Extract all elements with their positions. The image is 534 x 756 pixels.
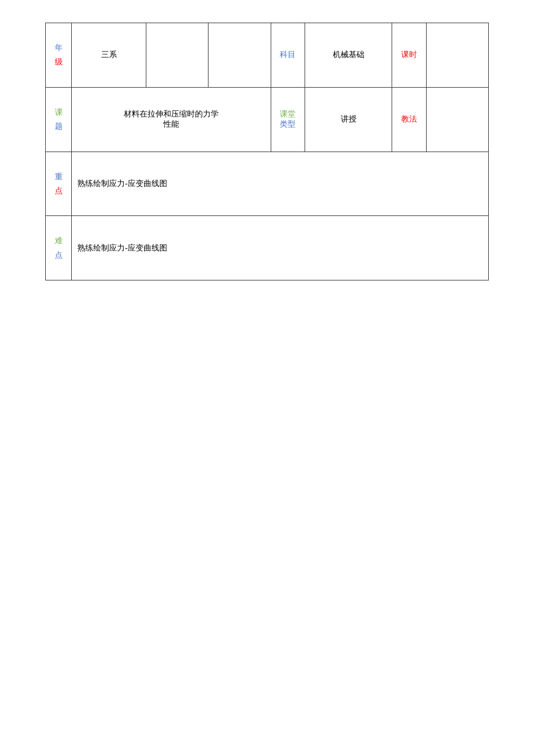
label-keshi: 课时 (392, 23, 427, 88)
cell-empty1 (146, 23, 209, 88)
keti-line2: 性能 (77, 119, 264, 129)
cell-jiangsu: 讲授 (305, 87, 392, 152)
keti-line1: 材料在拉伸和压缩时的力学 (77, 109, 264, 119)
zhongdian-text: 熟练绘制应力-应变曲线图 (77, 179, 167, 188)
table-row-nianji: 年 级 三系 科目 机械基础 课时 (46, 23, 489, 88)
kemu-value-text: 机械基础 (333, 50, 364, 59)
label-ketang: 课堂 类型 (271, 87, 305, 152)
table-row-keti: 课 题 材料在拉伸和压缩时的力学 性能 课堂 类型 讲授 教法 (46, 87, 489, 152)
cell-nandian-val: 熟练绘制应力-应变曲线图 (72, 216, 489, 280)
jiangsu-text: 讲授 (341, 115, 357, 123)
kemu-label-text: 科目 (280, 50, 296, 59)
table-row-zhongdian: 重 点 熟练绘制应力-应变曲线图 (46, 152, 489, 216)
cell-keti-val: 材料在拉伸和压缩时的力学 性能 (72, 87, 271, 152)
keshi-label-text: 课时 (401, 50, 417, 59)
page-container: 年 级 三系 科目 机械基础 课时 课 (0, 0, 534, 756)
main-table: 年 级 三系 科目 机械基础 课时 课 (45, 23, 489, 280)
cell-jiaofa-val (426, 87, 488, 152)
label-kemu: 科目 (271, 23, 305, 88)
cell-keshi-val (426, 23, 488, 88)
cell-kemu-val: 机械基础 (305, 23, 392, 88)
cell-sanxi: 三系 (72, 23, 146, 88)
ketang-char1: 课堂 (280, 109, 296, 119)
label-nandian: 难 点 (46, 216, 72, 280)
nandian-text: 熟练绘制应力-应变曲线图 (77, 244, 167, 252)
jiaofa-label-text: 教法 (401, 115, 417, 123)
ketang-char2: 类型 (280, 119, 296, 129)
cell-zhongdian-val: 熟练绘制应力-应变曲线图 (72, 152, 489, 216)
label-jiaofa: 教法 (392, 87, 427, 152)
sanxi-text: 三系 (101, 50, 117, 59)
cell-empty2 (209, 23, 271, 88)
table-row-nandian: 难 点 熟练绘制应力-应变曲线图 (46, 216, 489, 280)
